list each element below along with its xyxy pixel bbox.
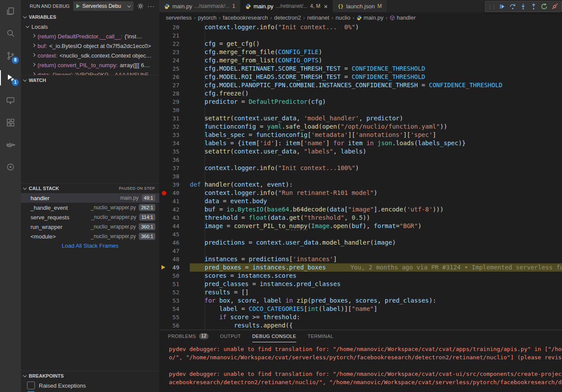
code-line[interactable]: 23 cfg.merge_from_file(CONFIG_FILE)	[159, 48, 562, 56]
activity-item-explorer[interactable]	[0, 0, 21, 22]
gutter-margin[interactable]	[159, 114, 169, 123]
gutter[interactable]: 42	[159, 205, 190, 214]
checkbox[interactable]	[27, 382, 35, 389]
code-line[interactable]: 42 buf = io.BytesIO(base64.b64decode(dat…	[159, 205, 562, 214]
step-into-button[interactable]	[518, 2, 528, 11]
gutter[interactable]: 54	[159, 305, 190, 313]
code-line[interactable]: 52 results = []	[159, 288, 562, 297]
gutter-margin[interactable]	[159, 48, 169, 56]
gutter[interactable]: 27	[159, 81, 190, 89]
gutter-margin[interactable]	[159, 313, 169, 321]
scope-locals[interactable]: Locals	[21, 22, 159, 31]
gutter[interactable]: 47	[159, 247, 190, 255]
activity-item-remote-explorer[interactable]	[0, 89, 21, 111]
code-editor[interactable]: 20 context.logger.info("Init context... …	[159, 23, 562, 330]
variables-section-header[interactable]: VARIABLES	[21, 12, 159, 22]
activity-item-circular-tool[interactable]	[0, 156, 21, 178]
gutter[interactable]: 44	[159, 222, 190, 230]
variable-row[interactable]: (return) convert_PIL_to_numpy:array([[[ …	[21, 60, 159, 70]
step-over-button[interactable]	[507, 2, 518, 11]
debug-console-output[interactable]: pydev debugger: unable to find translati…	[159, 342, 562, 392]
gutter[interactable]: 36	[159, 156, 190, 164]
gutter[interactable]: 37	[159, 164, 190, 172]
gutter-margin[interactable]	[159, 197, 169, 205]
variable-row[interactable]: context:<nuclio_sdk.context.Context obje…	[21, 51, 159, 60]
gutter-margin[interactable]	[159, 321, 169, 330]
gutter[interactable]: 50	[159, 272, 190, 280]
code-line[interactable]: 54 label = COCO_CATEGORIES[int(label)]["…	[159, 305, 562, 313]
panel-tab-output[interactable]: OUTPUT	[220, 330, 241, 342]
gutter[interactable]: 32	[159, 123, 190, 131]
stack-frame[interactable]: <module>_nuclio_wrapper.py366:1	[21, 232, 159, 241]
code-line[interactable]: 24 cfg.merge_from_list(CONFIG_OPTS)	[159, 56, 562, 65]
gutter[interactable]: 25	[159, 65, 190, 73]
gutter[interactable]: 43	[159, 214, 190, 222]
gutter[interactable]: 53	[159, 297, 190, 305]
gutter[interactable]: 28	[159, 89, 190, 98]
breakpoint-dot[interactable]	[159, 189, 169, 197]
breadcrumb-item[interactable]: retinanet	[307, 14, 329, 21]
panel-tab-debug-console[interactable]: DEBUG CONSOLE	[252, 330, 296, 342]
gutter-margin[interactable]	[159, 305, 169, 313]
code-line[interactable]: 33 labels_spec = functionconfig['metadat…	[159, 131, 562, 139]
gutter[interactable]: 41	[159, 197, 190, 205]
code-line[interactable]: 55 if score >= threshold:	[159, 313, 562, 321]
watch-section-header[interactable]: WATCH	[21, 75, 159, 85]
gutter[interactable]: 22	[159, 40, 190, 48]
activity-item-run-and-debug[interactable]: 1	[0, 67, 21, 89]
code-line[interactable]: 32 functionconfig = yaml.safe_load(open(…	[159, 123, 562, 131]
tab-main-py-retinanet[interactable]: main.py .../retinanet/... 4, M ×	[240, 0, 333, 12]
launch-config-dropdown[interactable]: Serverless Debu	[73, 1, 134, 11]
code-line[interactable]: 34 labels = {item['id']: item['name'] fo…	[159, 139, 562, 147]
gear-icon[interactable]	[137, 3, 144, 10]
panel-tab-problems[interactable]: PROBLEMS 12	[168, 330, 209, 342]
start-debugging-icon[interactable]	[76, 4, 80, 8]
gutter-margin[interactable]	[159, 222, 169, 230]
code-line[interactable]: 50 scores = instances.scores	[159, 272, 562, 280]
gutter-margin[interactable]	[159, 89, 169, 98]
gutter[interactable]: 21	[159, 31, 190, 40]
gutter[interactable]: 24	[159, 56, 190, 65]
breadcrumb-item[interactable]: serverless	[166, 14, 192, 21]
breadcrumb-item-symbol[interactable]: handler	[390, 14, 415, 21]
code-line[interactable]: 20 context.logger.info("Init context... …	[159, 23, 562, 31]
code-line[interactable]: 36	[159, 156, 562, 164]
gutter-margin[interactable]	[159, 98, 169, 106]
gutter-margin[interactable]	[159, 172, 169, 181]
gutter[interactable]: 23	[159, 48, 190, 56]
gutter-margin[interactable]	[159, 181, 169, 189]
stack-frame[interactable]: handlermain.py49:1	[21, 193, 159, 203]
activity-item-source-control[interactable]: 8	[0, 44, 21, 67]
activity-item-extensions[interactable]	[0, 111, 21, 133]
gutter-margin[interactable]	[159, 56, 169, 65]
gutter-margin[interactable]	[159, 272, 169, 280]
stack-frame[interactable]: _handle_event_nuclio_wrapper.py262:1	[21, 203, 159, 212]
gutter-margin[interactable]	[159, 156, 169, 164]
activity-item-docker[interactable]	[0, 133, 21, 156]
code-line[interactable]: 38	[159, 172, 562, 181]
gutter-margin[interactable]	[159, 31, 169, 40]
code-line[interactable]: 40 context.logger.info("Run retinanet-R1…	[159, 189, 562, 197]
gutter[interactable]: 49	[159, 263, 190, 272]
twisty-icon[interactable]	[32, 34, 35, 37]
gutter[interactable]: 46	[159, 239, 190, 247]
code-line[interactable]: 45	[159, 230, 562, 239]
code-line[interactable]: 35 setattr(context.user_data, "labels", …	[159, 147, 562, 156]
gutter-margin[interactable]	[159, 139, 169, 147]
code-line[interactable]: 37 context.logger.info("Init context...1…	[159, 164, 562, 172]
gutter-margin[interactable]	[159, 123, 169, 131]
variable-row[interactable]: (return) DefaultPredictor.__call__:{'ins…	[21, 31, 159, 41]
code-line[interactable]: 44 image = convert_PIL_to_numpy(Image.op…	[159, 222, 562, 230]
code-line[interactable]: 25 cfg.MODEL.RETINANET.SCORE_THRESH_TEST…	[159, 65, 562, 73]
gutter[interactable]: 33	[159, 131, 190, 139]
continue-button[interactable]	[497, 2, 507, 11]
code-line[interactable]: 46 predictions = context.user_data.model…	[159, 239, 562, 247]
variable-row[interactable]: data:{'image': 'iVBORw0KG…AAAANSUhE…	[21, 70, 159, 75]
variable-row[interactable]: buf:<_io.BytesIO object at 0x7f5a2dc1ecc…	[21, 41, 159, 51]
step-out-button[interactable]	[528, 2, 539, 11]
breadcrumb-item[interactable]: detectron2	[274, 14, 301, 21]
gutter-margin[interactable]	[159, 73, 169, 81]
gutter[interactable]: 35	[159, 147, 190, 156]
gutter-margin[interactable]	[159, 230, 169, 239]
code-line[interactable]: 26 cfg.MODEL.ROI_HEADS.SCORE_THRESH_TEST…	[159, 73, 562, 81]
